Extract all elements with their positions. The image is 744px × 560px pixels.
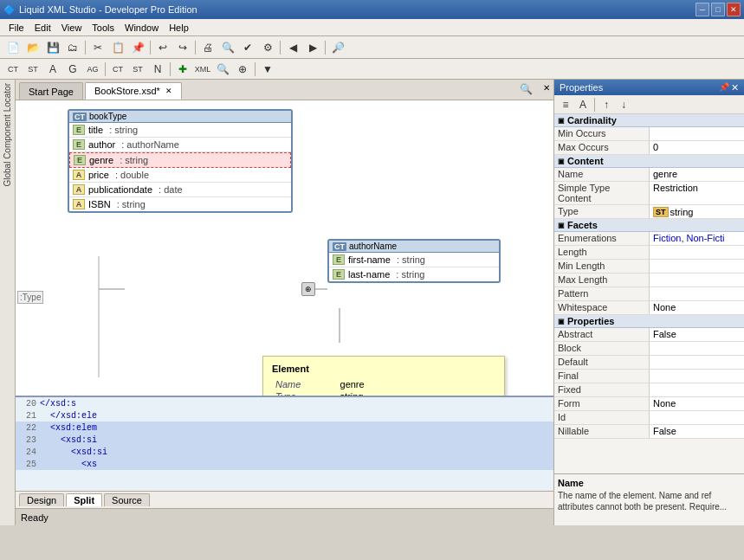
props-close-icon[interactable]: ✕: [731, 82, 739, 93]
tab-start-page[interactable]: Start Page: [19, 82, 83, 100]
booktype-box: CT bookType E title : string E author : …: [68, 109, 293, 213]
sep1: [85, 41, 86, 55]
props-down[interactable]: ↓: [616, 98, 631, 112]
save-button[interactable]: 💾: [43, 39, 62, 56]
isbn-type: : string: [114, 199, 146, 209]
lastname-row[interactable]: E last-name : string: [329, 267, 499, 281]
open-button[interactable]: 📂: [23, 39, 42, 56]
undo-button[interactable]: ↩: [153, 39, 172, 56]
check-button[interactable]: ✔: [238, 39, 257, 56]
menu-window[interactable]: Window: [120, 22, 164, 34]
toolbar-main: 📄 📂 💾 🗂 ✂ 📋 📌 ↩ ↪ 🖨 🔍 ✔ ⚙ ◀ ▶ 🔎: [0, 36, 744, 59]
prop-min-occurs: Min Occurs: [554, 127, 744, 141]
cut-button[interactable]: ✂: [88, 39, 107, 56]
validate-button[interactable]: ⚙: [258, 39, 277, 56]
paste-button[interactable]: 📌: [128, 39, 147, 56]
schema-btn5[interactable]: AG: [83, 61, 102, 78]
tab-search-icon[interactable]: 🔍: [520, 83, 533, 95]
print-button[interactable]: 🖨: [198, 39, 217, 56]
menu-view[interactable]: View: [56, 22, 87, 34]
find-btn[interactable]: 🔍: [213, 61, 232, 78]
schema-btn8[interactable]: N: [148, 61, 167, 78]
section-properties[interactable]: ▣ Properties: [554, 315, 744, 328]
copy-button[interactable]: 📋: [108, 39, 127, 56]
tab-split[interactable]: Split: [66, 493, 102, 506]
schema-btn3[interactable]: A: [43, 61, 62, 78]
props-sort-cat[interactable]: ≡: [558, 98, 573, 112]
schema-btn2[interactable]: ST: [23, 61, 42, 78]
close-button[interactable]: ✕: [727, 3, 741, 16]
type-value: string: [670, 207, 694, 217]
redo-button[interactable]: ↪: [173, 39, 192, 56]
titlebar-buttons: ─ □ ✕: [695, 3, 741, 16]
tab-design[interactable]: Design: [19, 493, 64, 506]
prop-id: Id: [554, 411, 744, 425]
editor-line-20: 20 </xsd:s: [16, 397, 553, 409]
tab-source[interactable]: Source: [104, 493, 150, 506]
tab-close-all-icon[interactable]: ✕: [543, 83, 550, 93]
menu-help[interactable]: Help: [164, 22, 194, 34]
section-facets[interactable]: ▣ Facets: [554, 219, 744, 232]
props-up[interactable]: ↑: [598, 98, 614, 112]
pubdate-row[interactable]: A publicationdate : date: [69, 183, 291, 197]
app-icon: 🔷: [3, 4, 16, 16]
xml-btn[interactable]: XML: [193, 61, 212, 78]
prop-fixed: Fixed: [554, 383, 744, 397]
author-row[interactable]: E author : authorName: [69, 138, 291, 152]
section-cardinality[interactable]: ▣ Cardinality: [554, 114, 744, 127]
save-all-button[interactable]: 🗂: [63, 39, 82, 56]
menu-file[interactable]: File: [3, 22, 29, 34]
schema-btn1[interactable]: CT: [3, 61, 23, 78]
extra-btn[interactable]: ▼: [258, 61, 277, 78]
prop-stc: Simple Type Content Restriction: [554, 182, 744, 205]
section-content[interactable]: ▣ Content: [554, 155, 744, 168]
props-pin-icon[interactable]: 📌: [719, 82, 729, 93]
popup-table: Name genre Type string Min Occurs 0 Ma: [272, 377, 495, 396]
author-name: author: [88, 139, 115, 150]
title-row[interactable]: E title : string: [69, 123, 291, 138]
new-button[interactable]: 📄: [3, 39, 23, 56]
genre-type: : string: [117, 155, 148, 165]
prop-whitespace: Whitespace None: [554, 301, 744, 315]
firstname-row[interactable]: E first-name : string: [329, 253, 499, 267]
minimize-button[interactable]: ─: [695, 3, 709, 16]
isbn-row[interactable]: A ISBN : string: [69, 197, 291, 211]
add-btn[interactable]: ✚: [173, 61, 192, 78]
price-row[interactable]: A price : double: [69, 168, 291, 183]
tab-bookstore[interactable]: BookStore.xsd* ✕: [85, 82, 182, 100]
props-content: ▣ Cardinality Min Occurs Max Occurs 0 ▣ …: [554, 114, 744, 473]
props-sort-alpha[interactable]: A: [575, 98, 591, 112]
schema-btn4[interactable]: G: [63, 61, 82, 78]
editor-area[interactable]: 20 </xsd:s 21 </xsd:ele 22 <xsd:elem 23 …: [16, 396, 553, 491]
element-popup: Element Name genre Type string Min Occur…: [262, 356, 505, 396]
menu-tools[interactable]: Tools: [87, 22, 120, 34]
props-bottom-text: The name of the element. Name and ref at…: [558, 490, 741, 512]
zoom-btn[interactable]: ⊕: [233, 61, 252, 78]
props-title: Properties: [560, 82, 603, 93]
menu-edit[interactable]: Edit: [29, 22, 56, 34]
popup-row-type: Type string: [274, 391, 494, 396]
sep5: [325, 41, 326, 55]
status-right: [546, 512, 548, 523]
maximize-button[interactable]: □: [711, 3, 725, 16]
schema-btn6[interactable]: CT: [108, 61, 127, 78]
props-sep: [594, 98, 595, 112]
genre-row[interactable]: E genre : string: [69, 152, 291, 168]
forward-button[interactable]: ▶: [303, 39, 322, 56]
prop-default: Default: [554, 356, 744, 370]
isbn-a-badge: A: [73, 199, 85, 209]
title-e-badge: E: [73, 125, 85, 135]
price-type: : double: [113, 170, 149, 180]
left-sidebar: Global Component Locator: [0, 80, 16, 525]
schema-btn7[interactable]: ST: [128, 61, 147, 78]
tab-start-page-label: Start Page: [29, 87, 74, 97]
prop-max-length: Max Length: [554, 274, 744, 287]
search-button[interactable]: 🔎: [328, 39, 347, 56]
firstname-name: first-name: [348, 254, 391, 265]
prop-max-occurs: Max Occurs 0: [554, 141, 744, 155]
back-button[interactable]: ◀: [283, 39, 302, 56]
tab-bookstore-close[interactable]: ✕: [165, 87, 172, 95]
firstname-e-badge: E: [333, 254, 345, 265]
preview-button[interactable]: 🔍: [218, 39, 237, 56]
pubdate-type: : date: [156, 184, 183, 195]
